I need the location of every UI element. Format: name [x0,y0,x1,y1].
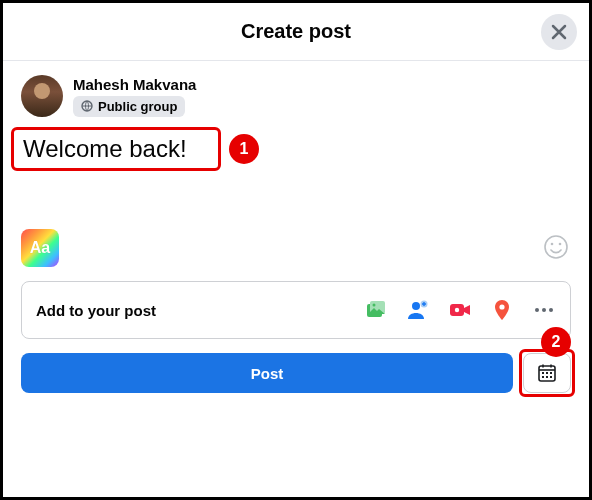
svg-point-3 [559,243,562,246]
author-row: Mahesh Makvana Public group [3,61,589,123]
emoji-icon [543,234,569,260]
avatar[interactable] [21,75,63,117]
author-name: Mahesh Makvana [73,76,196,93]
close-button[interactable] [541,14,577,50]
privacy-pill[interactable]: Public group [73,96,185,117]
svg-point-11 [499,304,504,309]
add-to-post-bar: Add to your post [21,281,571,339]
svg-rect-16 [542,376,544,378]
live-video-button[interactable] [448,298,472,322]
svg-point-1 [545,236,567,258]
photo-icon [364,298,388,322]
post-button[interactable]: Post [21,353,513,393]
schedule-button[interactable] [523,353,571,393]
privacy-label: Public group [98,99,177,114]
style-row: Aa [3,169,589,277]
aa-icon: Aa [30,239,50,257]
more-icon [535,308,553,312]
dialog-title: Create post [241,20,351,43]
dialog-header: Create post [3,3,589,61]
svg-rect-15 [550,372,552,374]
svg-point-10 [455,308,459,312]
globe-icon [81,100,93,112]
compose-area: Welcome back! 1 [3,123,589,169]
svg-point-2 [551,243,554,246]
photo-video-button[interactable] [364,298,388,322]
svg-rect-17 [546,376,548,378]
post-text-input[interactable]: Welcome back! [15,129,577,169]
footer-row: Post 2 [3,339,589,393]
svg-rect-18 [550,376,552,378]
more-options-button[interactable] [532,298,556,322]
add-icons-group [364,298,556,322]
emoji-button[interactable] [543,234,571,262]
calendar-icon [537,363,557,383]
tag-people-button[interactable] [406,298,430,322]
location-button[interactable] [490,298,514,322]
svg-point-6 [373,304,376,307]
add-to-post-label: Add to your post [36,302,156,319]
svg-rect-14 [546,372,548,374]
video-icon [448,298,472,322]
location-pin-icon [490,298,514,322]
background-style-button[interactable]: Aa [21,229,59,267]
svg-point-7 [412,302,420,310]
svg-rect-13 [542,372,544,374]
close-icon [549,22,569,42]
person-tag-icon [406,298,430,322]
